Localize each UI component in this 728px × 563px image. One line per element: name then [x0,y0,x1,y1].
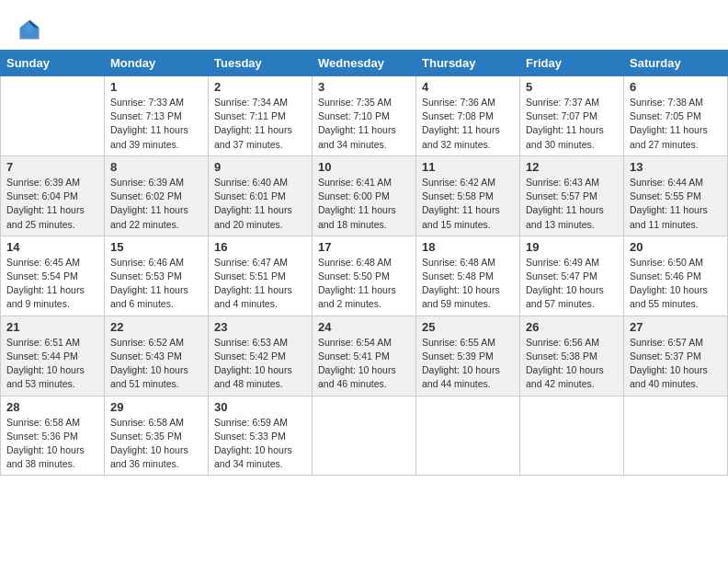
calendar-cell: 12Sunrise: 6:43 AM Sunset: 5:57 PM Dayli… [520,155,624,236]
day-number: 16 [214,240,306,254]
calendar-cell: 14Sunrise: 6:45 AM Sunset: 5:54 PM Dayli… [1,236,105,316]
day-number: 13 [630,160,722,174]
day-info: Sunrise: 6:58 AM Sunset: 5:36 PM Dayligh… [6,416,98,472]
day-number: 25 [422,320,514,334]
calendar-cell: 21Sunrise: 6:51 AM Sunset: 5:44 PM Dayli… [1,316,105,396]
day-number: 15 [110,240,202,254]
day-number: 17 [318,240,410,254]
day-info: Sunrise: 6:46 AM Sunset: 5:53 PM Dayligh… [110,256,202,312]
calendar-cell: 13Sunrise: 6:44 AM Sunset: 5:55 PM Dayli… [624,155,728,236]
day-info: Sunrise: 6:54 AM Sunset: 5:41 PM Dayligh… [318,336,410,392]
calendar-week-row: 28Sunrise: 6:58 AM Sunset: 5:36 PM Dayli… [1,396,728,476]
day-info: Sunrise: 6:41 AM Sunset: 6:00 PM Dayligh… [318,176,410,232]
day-number: 23 [214,320,306,334]
day-info: Sunrise: 6:45 AM Sunset: 5:54 PM Dayligh… [6,256,98,312]
day-number: 20 [630,240,722,254]
calendar-day-header: Tuesday [209,51,313,76]
calendar-cell: 1Sunrise: 7:33 AM Sunset: 7:13 PM Daylig… [105,76,209,156]
calendar-cell: 11Sunrise: 6:42 AM Sunset: 5:58 PM Dayli… [416,155,520,236]
calendar-cell: 18Sunrise: 6:48 AM Sunset: 5:48 PM Dayli… [416,236,520,316]
day-number: 10 [318,160,410,174]
calendar-cell: 23Sunrise: 6:53 AM Sunset: 5:42 PM Dayli… [209,316,313,396]
day-number: 11 [422,160,514,174]
calendar-cell: 2Sunrise: 7:34 AM Sunset: 7:11 PM Daylig… [209,76,313,156]
calendar-cell: 15Sunrise: 6:46 AM Sunset: 5:53 PM Dayli… [105,236,209,316]
day-info: Sunrise: 6:49 AM Sunset: 5:47 PM Dayligh… [526,256,618,312]
page: SundayMondayTuesdayWednesdayThursdayFrid… [0,0,728,563]
day-number: 1 [110,80,202,94]
calendar-cell: 7Sunrise: 6:39 AM Sunset: 6:04 PM Daylig… [1,155,105,236]
calendar-table: SundayMondayTuesdayWednesdayThursdayFrid… [0,50,728,476]
day-info: Sunrise: 6:57 AM Sunset: 5:37 PM Dayligh… [630,336,722,392]
calendar-cell [313,396,416,476]
day-info: Sunrise: 6:55 AM Sunset: 5:39 PM Dayligh… [422,336,514,392]
calendar-cell: 25Sunrise: 6:55 AM Sunset: 5:39 PM Dayli… [416,316,520,396]
calendar-week-row: 14Sunrise: 6:45 AM Sunset: 5:54 PM Dayli… [1,236,728,316]
day-number: 21 [6,320,98,334]
header [0,0,728,50]
calendar-week-row: 21Sunrise: 6:51 AM Sunset: 5:44 PM Dayli… [1,316,728,396]
day-number: 2 [214,80,306,94]
day-info: Sunrise: 6:39 AM Sunset: 6:04 PM Dayligh… [6,176,98,232]
day-info: Sunrise: 7:37 AM Sunset: 7:07 PM Dayligh… [526,96,618,152]
calendar-week-row: 1Sunrise: 7:33 AM Sunset: 7:13 PM Daylig… [1,76,728,156]
calendar-cell: 5Sunrise: 7:37 AM Sunset: 7:07 PM Daylig… [520,76,624,156]
calendar-header-row: SundayMondayTuesdayWednesdayThursdayFrid… [1,51,728,76]
day-number: 24 [318,320,410,334]
day-info: Sunrise: 6:40 AM Sunset: 6:01 PM Dayligh… [214,176,306,232]
calendar-day-header: Friday [520,51,624,76]
day-number: 18 [422,240,514,254]
day-number: 28 [6,400,98,414]
day-info: Sunrise: 6:52 AM Sunset: 5:43 PM Dayligh… [110,336,202,392]
calendar-cell [624,396,728,476]
calendar-cell [416,396,520,476]
day-number: 6 [630,80,722,94]
logo [17,17,46,42]
calendar-cell: 30Sunrise: 6:59 AM Sunset: 5:33 PM Dayli… [209,396,313,476]
day-number: 5 [526,80,618,94]
day-number: 22 [110,320,202,334]
calendar-day-header: Sunday [1,51,105,76]
day-number: 7 [6,160,98,174]
calendar-day-header: Wednesday [313,51,416,76]
day-info: Sunrise: 6:39 AM Sunset: 6:02 PM Dayligh… [110,176,202,232]
calendar-cell: 29Sunrise: 6:58 AM Sunset: 5:35 PM Dayli… [105,396,209,476]
day-info: Sunrise: 6:47 AM Sunset: 5:51 PM Dayligh… [214,256,306,312]
day-number: 9 [214,160,306,174]
day-info: Sunrise: 7:34 AM Sunset: 7:11 PM Dayligh… [214,96,306,152]
calendar-cell: 9Sunrise: 6:40 AM Sunset: 6:01 PM Daylig… [209,155,313,236]
calendar-cell [520,396,624,476]
calendar-week-row: 7Sunrise: 6:39 AM Sunset: 6:04 PM Daylig… [1,155,728,236]
day-number: 4 [422,80,514,94]
day-number: 8 [110,160,202,174]
day-info: Sunrise: 6:42 AM Sunset: 5:58 PM Dayligh… [422,176,514,232]
day-info: Sunrise: 6:50 AM Sunset: 5:46 PM Dayligh… [630,256,722,312]
day-info: Sunrise: 6:43 AM Sunset: 5:57 PM Dayligh… [526,176,618,232]
calendar-cell: 19Sunrise: 6:49 AM Sunset: 5:47 PM Dayli… [520,236,624,316]
calendar-cell: 16Sunrise: 6:47 AM Sunset: 5:51 PM Dayli… [209,236,313,316]
day-info: Sunrise: 7:33 AM Sunset: 7:13 PM Dayligh… [110,96,202,152]
day-info: Sunrise: 6:48 AM Sunset: 5:50 PM Dayligh… [318,256,410,312]
calendar-day-header: Saturday [624,51,728,76]
day-number: 19 [526,240,618,254]
calendar-cell: 28Sunrise: 6:58 AM Sunset: 5:36 PM Dayli… [1,396,105,476]
day-number: 3 [318,80,410,94]
day-number: 14 [6,240,98,254]
logo-icon [17,17,42,42]
calendar-cell: 22Sunrise: 6:52 AM Sunset: 5:43 PM Dayli… [105,316,209,396]
day-info: Sunrise: 6:58 AM Sunset: 5:35 PM Dayligh… [110,416,202,472]
day-info: Sunrise: 6:59 AM Sunset: 5:33 PM Dayligh… [214,416,306,472]
calendar-cell: 10Sunrise: 6:41 AM Sunset: 6:00 PM Dayli… [313,155,416,236]
day-info: Sunrise: 6:53 AM Sunset: 5:42 PM Dayligh… [214,336,306,392]
calendar-cell: 6Sunrise: 7:38 AM Sunset: 7:05 PM Daylig… [624,76,728,156]
calendar-day-header: Thursday [416,51,520,76]
calendar-cell [1,76,105,156]
calendar-cell: 8Sunrise: 6:39 AM Sunset: 6:02 PM Daylig… [105,155,209,236]
calendar-wrapper: SundayMondayTuesdayWednesdayThursdayFrid… [0,50,728,485]
day-number: 29 [110,400,202,414]
calendar-cell: 17Sunrise: 6:48 AM Sunset: 5:50 PM Dayli… [313,236,416,316]
day-number: 26 [526,320,618,334]
day-number: 12 [526,160,618,174]
calendar-cell: 3Sunrise: 7:35 AM Sunset: 7:10 PM Daylig… [313,76,416,156]
calendar-cell: 20Sunrise: 6:50 AM Sunset: 5:46 PM Dayli… [624,236,728,316]
